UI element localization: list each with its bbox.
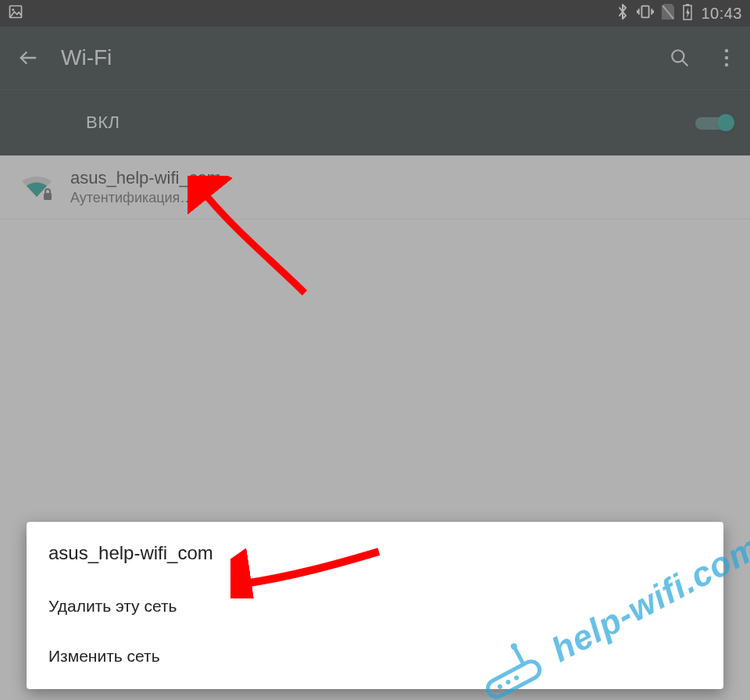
network-item[interactable]: asus_help-wifi_com Аутентификация… <box>0 155 750 220</box>
svg-rect-5 <box>686 4 689 5</box>
dialog-title: asus_help-wifi_com <box>48 542 702 564</box>
bluetooth-icon <box>616 3 629 24</box>
vibrate-icon <box>637 4 654 23</box>
network-context-dialog: asus_help-wifi_com Удалить эту сеть Изме… <box>27 522 723 689</box>
dialog-option-modify[interactable]: Изменить сеть <box>48 631 702 681</box>
wifi-signal-icon <box>20 173 70 202</box>
wifi-toggle-row: ВКЛ <box>0 89 750 155</box>
search-button[interactable] <box>667 45 692 70</box>
wifi-toggle-switch[interactable] <box>695 112 733 134</box>
status-time: 10:43 <box>701 5 742 23</box>
svg-rect-10 <box>44 193 52 200</box>
toolbar: Wi-Fi <box>0 27 750 89</box>
svg-point-9 <box>725 63 728 66</box>
no-sim-icon <box>662 4 674 23</box>
wifi-toggle-label: ВКЛ <box>86 112 120 133</box>
dialog-option-forget[interactable]: Удалить эту сеть <box>48 581 702 631</box>
status-bar: 10:43 <box>0 0 750 27</box>
svg-point-7 <box>725 49 728 52</box>
network-status: Аутентификация… <box>70 190 221 206</box>
svg-point-1 <box>12 9 14 11</box>
svg-point-8 <box>725 56 728 59</box>
back-button[interactable] <box>11 41 45 75</box>
battery-icon <box>682 3 693 24</box>
overflow-menu-button[interactable] <box>714 45 739 70</box>
network-name: asus_help-wifi_com <box>70 168 221 188</box>
page-title: Wi-Fi <box>61 45 112 70</box>
image-placeholder-icon <box>8 4 23 23</box>
svg-rect-2 <box>642 5 649 17</box>
